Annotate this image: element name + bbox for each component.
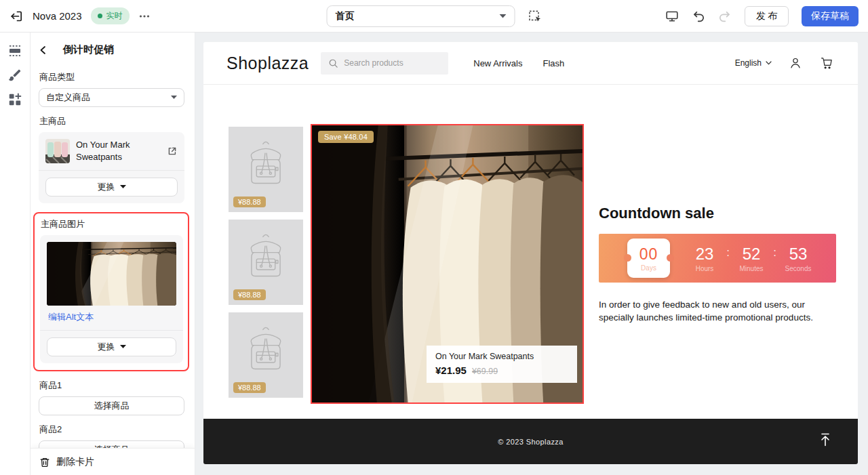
store-search-box[interactable]	[321, 52, 448, 75]
overlay-product-name: On Your Mark Sweatpants	[435, 352, 568, 361]
chevron-down-icon	[766, 61, 772, 65]
back-button[interactable]	[39, 45, 48, 55]
countdown-days-ticket: 00 Days	[627, 239, 670, 278]
copyright-text: © 2023 Shoplazza	[203, 438, 858, 446]
scroll-top-icon	[818, 432, 833, 448]
select-element-tool-button[interactable]	[528, 9, 542, 23]
main-product-label: 主商品	[39, 115, 184, 127]
editor-topbar: Nova 2023 实时 首页 发布 保存草稿	[0, 0, 868, 33]
price-badge: ¥88.88	[233, 197, 266, 207]
seconds-value: 53	[779, 245, 817, 264]
desktop-view-button[interactable]	[665, 9, 679, 23]
trash-icon	[39, 457, 50, 468]
nav-item-new-arrivals[interactable]: New Arrivals	[473, 58, 522, 68]
product-type-label: 商品类型	[39, 71, 184, 83]
product-name: On Your Mark Sweatpants	[76, 139, 161, 163]
minutes-value: 52	[732, 245, 770, 264]
sections-icon	[7, 43, 22, 58]
account-button[interactable]	[788, 56, 803, 70]
page-selector-dropdown[interactable]: 首页	[327, 5, 515, 27]
sidebar-item-theme-styles[interactable]	[7, 68, 22, 83]
countdown-banner: 00 Days 23 Hours : 52 Minutes : 53 Secon…	[599, 234, 836, 283]
caret-down-icon	[120, 185, 126, 189]
countdown-main-image-selected[interactable]: Save ¥48.04 On Your Mark Sweatpants ¥21.…	[311, 124, 584, 404]
store-footer: © 2023 Shoplazza	[203, 419, 858, 464]
undo-button[interactable]	[692, 9, 705, 23]
search-input[interactable]	[344, 58, 441, 68]
main-image-card: 编辑Alt文本 更换	[40, 235, 183, 363]
exit-editor-button[interactable]	[9, 9, 24, 24]
product1-label: 商品1	[39, 379, 184, 392]
product-thumb-3[interactable]: ¥88.88	[229, 312, 303, 398]
scroll-to-top-button[interactable]	[818, 432, 833, 448]
hours-label: Hours	[686, 265, 724, 272]
live-dot-icon	[98, 14, 102, 18]
main-image-field-group-highlighted: 主商品图片 编辑Alt文本 更换	[33, 212, 189, 371]
divider	[40, 330, 183, 331]
main-image-label: 主商品图片	[41, 218, 183, 230]
product-thumbnail-column: ¥88.88 ¥88.88 ¥88.88	[229, 127, 303, 398]
select-product1-button[interactable]: 选择商品	[39, 396, 184, 415]
redo-icon	[718, 9, 732, 23]
current-price: ¥21.95	[435, 365, 467, 376]
countdown-title: Countdown sale	[599, 205, 714, 222]
caret-down-icon	[120, 345, 126, 349]
cart-icon	[819, 56, 834, 70]
settings-panel: 倒计时促销 商品类型 自定义商品 主商品 On Your Mark Sweatp…	[31, 33, 195, 475]
price-badge: ¥88.88	[233, 382, 266, 393]
sidebar-item-add-blocks[interactable]	[7, 92, 22, 107]
product-thumb-1[interactable]: ¥88.88	[229, 127, 303, 212]
panel-title: 倒计时促销	[63, 43, 114, 56]
language-selector[interactable]: English	[735, 58, 772, 68]
product-type-value: 自定义商品	[46, 91, 90, 104]
open-product-button[interactable]	[167, 146, 178, 157]
change-product-button[interactable]: 更换	[45, 178, 178, 197]
select-element-icon	[528, 9, 542, 23]
more-menu-button[interactable]	[138, 10, 151, 22]
store-header: Shoplazza New Arrivals Flash English	[203, 42, 858, 85]
editor-sidebar	[0, 33, 31, 475]
price-badge: ¥88.88	[233, 289, 266, 300]
product2-label: 商品2	[39, 424, 184, 436]
change-image-button[interactable]: 更换	[47, 337, 176, 356]
countdown-description: In order to give feedback to new and old…	[599, 298, 839, 325]
main-image-thumbnail	[47, 242, 176, 306]
chevron-down-icon	[500, 14, 507, 18]
caret-down-icon	[171, 96, 177, 100]
store-nav: New Arrivals Flash	[473, 58, 564, 68]
product-type-select[interactable]: 自定义商品	[39, 88, 184, 107]
sidebar-item-sections[interactable]	[7, 43, 22, 58]
divider	[39, 170, 184, 171]
undo-icon	[692, 9, 705, 23]
nav-item-flash[interactable]: Flash	[543, 58, 565, 68]
product-thumb-2[interactable]: ¥88.88	[229, 220, 303, 305]
save-badge: Save ¥48.04	[318, 131, 374, 143]
product-thumbnail	[45, 139, 70, 163]
hours-value: 23	[686, 245, 724, 264]
page-selector-value: 首页	[336, 10, 500, 22]
original-price: ¥69.99	[472, 367, 498, 376]
back-chevron-icon	[39, 45, 48, 55]
product-info-overlay: On Your Mark Sweatpants ¥21.95 ¥69.99	[427, 346, 577, 383]
search-icon	[328, 58, 338, 68]
days-label: Days	[641, 264, 656, 272]
colon-separator: :	[724, 246, 732, 260]
minutes-label: Minutes	[732, 265, 770, 272]
publish-button[interactable]: 发布	[745, 6, 789, 26]
cart-button[interactable]	[819, 56, 834, 70]
edit-alt-text-link[interactable]: 编辑Alt文本	[48, 311, 94, 323]
add-blocks-icon	[7, 92, 22, 107]
main-product-card: On Your Mark Sweatpants 更换	[39, 132, 184, 203]
seconds-label: Seconds	[779, 265, 817, 272]
colon-separator: :	[770, 246, 779, 260]
account-icon	[788, 56, 803, 70]
exit-icon	[9, 9, 24, 24]
save-draft-button[interactable]: 保存草稿	[802, 6, 859, 26]
theme-name: Nova 2023	[33, 10, 82, 22]
store-logo[interactable]: Shoplazza	[226, 54, 309, 73]
live-status-badge: 实时	[91, 7, 130, 24]
days-value: 00	[639, 245, 658, 264]
redo-button[interactable]	[718, 9, 732, 23]
delete-card-button[interactable]: 删除卡片	[31, 448, 195, 475]
external-link-icon	[167, 146, 178, 157]
